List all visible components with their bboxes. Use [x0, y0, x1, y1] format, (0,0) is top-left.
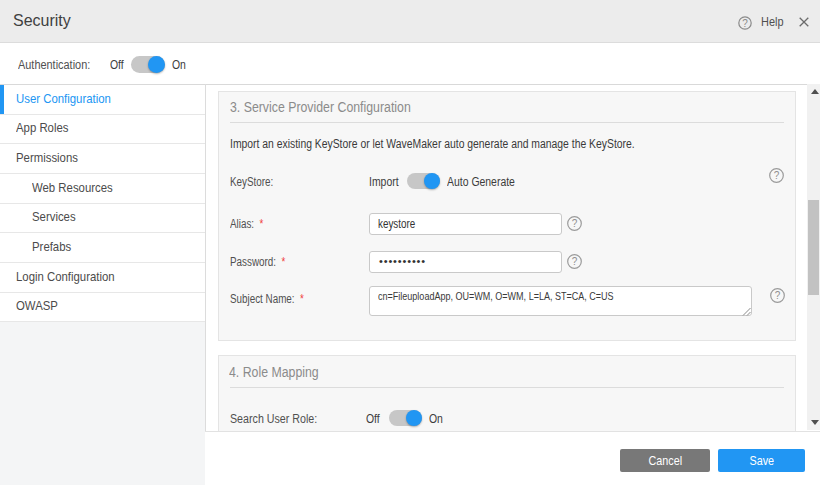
svg-text:?: ? — [572, 256, 578, 267]
svg-text:?: ? — [774, 170, 780, 181]
svg-text:?: ? — [775, 290, 781, 301]
svg-text:?: ? — [572, 218, 578, 229]
svg-text:?: ? — [742, 18, 748, 29]
